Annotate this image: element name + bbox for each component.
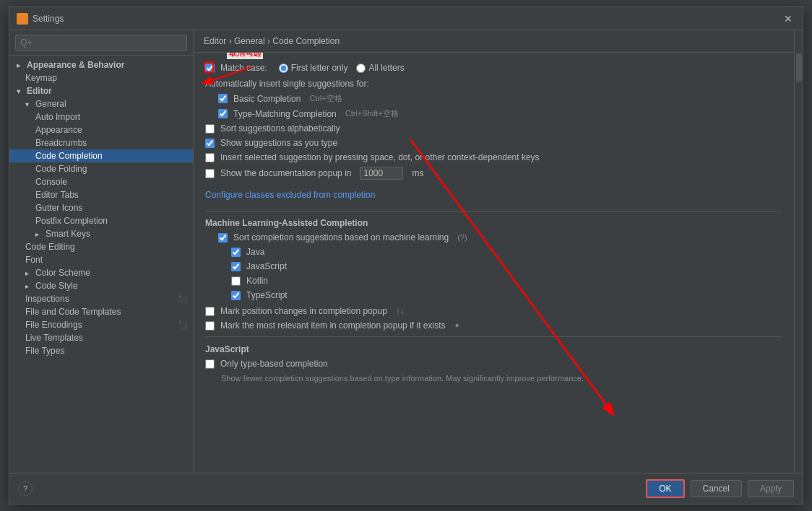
sidebar-item-label: File and Code Templates	[25, 307, 121, 317]
sidebar-item-color-scheme[interactable]: ▸ Color Scheme	[9, 266, 193, 279]
doc-popup-label[interactable]: Show the documentation popup in	[220, 168, 351, 178]
sidebar-item-live-templates[interactable]: Live Templates	[9, 331, 193, 344]
sidebar-item-label: Color Scheme	[35, 268, 90, 278]
typescript-label[interactable]: TypeScript	[246, 290, 288, 300]
search-input[interactable]	[15, 35, 187, 51]
sidebar-item-postfix-completion[interactable]: Postfix Completion	[9, 214, 193, 227]
all-letters-radio[interactable]	[356, 64, 366, 73]
show-suggestions-label[interactable]: Show suggestions as you type	[220, 138, 337, 148]
sidebar-item-appearance-behavior[interactable]: ▸ Appearance & Behavior	[9, 58, 193, 71]
cancel-button[interactable]: Cancel	[691, 480, 742, 497]
basic-completion-row: Basic Completion Ctrl+空格	[218, 93, 782, 104]
sidebar-item-label: Font	[25, 255, 43, 265]
only-type-checkbox[interactable]	[205, 359, 215, 369]
java-label[interactable]: Java	[246, 247, 264, 257]
close-button[interactable]: ✕	[781, 12, 795, 26]
kotlin-label[interactable]: Kotlin	[246, 276, 268, 286]
expand-arrow: ▸	[35, 230, 43, 238]
sidebar: ▸ Appearance & Behavior Keymap ▾ Editor …	[9, 30, 194, 473]
first-letter-label: First letter only	[291, 63, 348, 73]
mark-position-checkbox[interactable]	[205, 307, 215, 316]
title-bar-left: Settings	[17, 13, 64, 25]
sidebar-item-code-editing[interactable]: Code Editing	[9, 240, 193, 253]
bottom-bar: ? OK Cancel Apply	[9, 473, 803, 504]
sidebar-item-inspections[interactable]: Inspections ⬛	[9, 292, 193, 305]
scrollbar-thumb	[796, 53, 802, 82]
ok-button[interactable]: OK	[646, 479, 684, 498]
match-case-checkbox[interactable]	[205, 64, 215, 73]
insert-selected-checkbox[interactable]	[205, 153, 215, 162]
sidebar-item-label: Inspections	[25, 294, 69, 304]
typescript-row: TypeScript	[231, 290, 782, 300]
sidebar-item-file-code-templates[interactable]: File and Code Templates	[9, 305, 193, 318]
sidebar-item-breadcrumbs[interactable]: Breadcrumbs	[9, 136, 193, 149]
show-suggestions-checkbox[interactable]	[205, 139, 215, 148]
sidebar-item-label: Console	[35, 177, 67, 187]
help-button[interactable]: ?	[18, 481, 33, 496]
type-matching-checkbox[interactable]	[218, 109, 228, 118]
js-section-header: JavaScript	[205, 344, 782, 354]
sidebar-item-keymap[interactable]: Keymap	[9, 71, 193, 84]
first-letter-radio[interactable]	[279, 64, 288, 73]
content-area: ▸ Appearance & Behavior Keymap ▾ Editor …	[9, 30, 803, 473]
sidebar-item-font[interactable]: Font	[9, 253, 193, 266]
sidebar-item-auto-import[interactable]: Auto Import	[9, 110, 193, 123]
main-panel: Editor › General › Code Completion Match…	[194, 30, 794, 473]
sidebar-item-smart-keys[interactable]: ▸ Smart Keys	[9, 227, 193, 240]
match-case-row: Match case: First letter only All letter…	[205, 63, 782, 73]
javascript-row: JavaScript	[231, 261, 782, 271]
sidebar-item-file-types[interactable]: File Types	[9, 344, 193, 357]
type-matching-label[interactable]: Type-Matching Completion	[233, 109, 337, 119]
insert-selected-label[interactable]: Insert selected suggestion by pressing s…	[220, 152, 540, 162]
sidebar-item-label: Code Style	[35, 281, 78, 291]
java-checkbox[interactable]	[231, 248, 241, 257]
typescript-checkbox[interactable]	[231, 291, 241, 300]
mark-relevant-label[interactable]: Mark the most relevant item in completio…	[220, 320, 445, 331]
expand-arrow: ▸	[25, 269, 33, 277]
sidebar-item-label: Appearance	[35, 125, 82, 135]
sidebar-item-label: Appearance & Behavior	[27, 60, 124, 70]
breadcrumb: Editor › General › Code Completion	[194, 30, 794, 53]
doc-popup-checkbox[interactable]	[205, 169, 215, 178]
only-type-label[interactable]: Only type-based completion	[220, 359, 328, 369]
app-icon	[17, 13, 28, 25]
sidebar-item-editor-tabs[interactable]: Editor Tabs	[9, 188, 193, 201]
sidebar-item-editor[interactable]: ▾ Editor	[9, 84, 193, 97]
mark-relevant-row: Mark the most relevant item in completio…	[205, 320, 782, 331]
sort-alpha-checkbox[interactable]	[205, 124, 215, 134]
apply-button[interactable]: Apply	[748, 480, 794, 497]
sidebar-item-code-completion[interactable]: Code Completion	[9, 149, 193, 162]
all-letters-radio-label[interactable]: All letters	[356, 63, 404, 73]
kotlin-checkbox[interactable]	[231, 276, 241, 286]
javascript-checkbox[interactable]	[231, 262, 241, 271]
expand-arrow: ▾	[25, 100, 33, 108]
auto-insert-label: Automatically insert single suggestions …	[205, 79, 782, 89]
sidebar-item-code-folding[interactable]: Code Folding	[9, 162, 193, 175]
basic-completion-checkbox[interactable]	[218, 94, 228, 103]
configure-link[interactable]: Configure classes excluded from completi…	[205, 190, 375, 200]
sort-ml-checkbox[interactable]	[218, 233, 228, 243]
java-row: Java	[231, 247, 782, 257]
sort-alpha-label[interactable]: Sort suggestions alphabetically	[220, 123, 340, 134]
basic-completion-label[interactable]: Basic Completion	[233, 94, 301, 104]
sidebar-item-general[interactable]: ▾ General	[9, 97, 193, 110]
sidebar-item-file-encodings[interactable]: File Encodings ⬛	[9, 318, 193, 331]
mark-position-label[interactable]: Mark position changes in completion popu…	[220, 306, 387, 316]
first-letter-radio-label[interactable]: First letter only	[279, 63, 348, 73]
mark-relevant-checkbox[interactable]	[205, 321, 215, 331]
sidebar-item-console[interactable]: Console	[9, 175, 193, 188]
doc-popup-value[interactable]	[360, 167, 403, 180]
expand-arrow: ▾	[17, 87, 24, 95]
sidebar-item-label: Editor	[27, 86, 52, 96]
match-case-label[interactable]: Match case:	[220, 63, 267, 73]
colored-arrows-icon: ↑↓	[396, 306, 405, 316]
settings-dialog: Settings ✕ ▸ Appearance & Behavior Keyma…	[9, 6, 803, 505]
sidebar-item-label: Live Templates	[25, 333, 83, 343]
sidebar-item-code-style[interactable]: ▸ Code Style	[9, 279, 193, 292]
sidebar-item-appearance[interactable]: Appearance	[9, 123, 193, 136]
sidebar-item-gutter-icons[interactable]: Gutter Icons	[9, 201, 193, 214]
right-scrollbar[interactable]	[794, 30, 803, 473]
sort-ml-label[interactable]: Sort completion suggestions based on mac…	[233, 232, 449, 243]
javascript-label[interactable]: JavaScript	[246, 261, 287, 271]
file-encodings-icon: ⬛	[178, 321, 187, 329]
